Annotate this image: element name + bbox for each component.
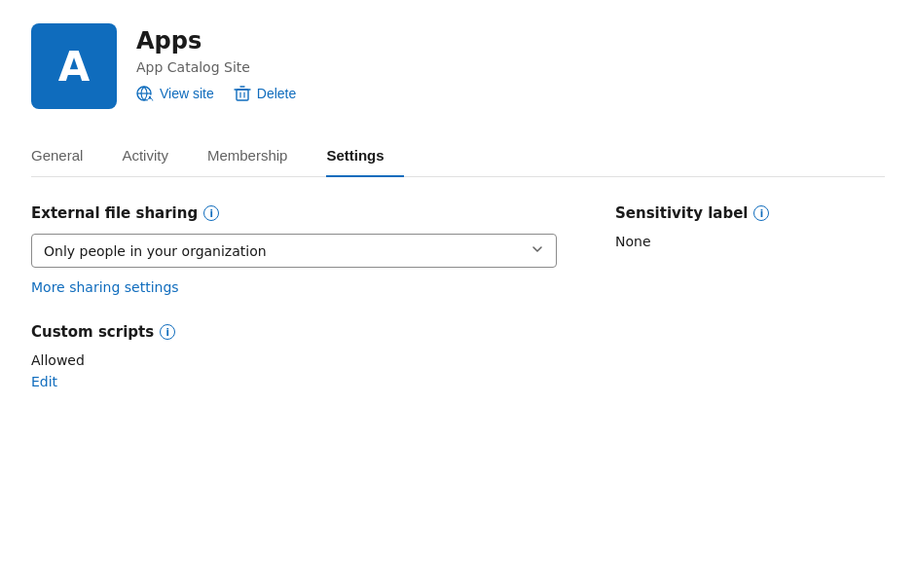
- sensitivity-label-info-icon[interactable]: i: [753, 205, 769, 221]
- settings-content: External file sharing i Only people in y…: [31, 204, 885, 390]
- delete-label: Delete: [257, 86, 296, 101]
- more-sharing-settings-link[interactable]: More sharing settings: [31, 279, 179, 295]
- external-file-sharing-dropdown[interactable]: Only people in your organization: [31, 234, 557, 268]
- app-avatar: A: [31, 23, 117, 109]
- tab-settings[interactable]: Settings: [326, 137, 403, 177]
- sensitivity-label-value: None: [615, 234, 885, 249]
- external-file-sharing-title: External file sharing i: [31, 204, 576, 222]
- chevron-down-icon: [531, 242, 544, 259]
- trash-icon: [234, 85, 251, 102]
- view-site-label: View site: [160, 86, 214, 101]
- tab-activity[interactable]: Activity: [122, 137, 188, 177]
- external-file-sharing-info-icon[interactable]: i: [203, 205, 219, 221]
- svg-rect-3: [237, 90, 248, 100]
- settings-left-column: External file sharing i Only people in y…: [31, 204, 576, 390]
- external-file-sharing-section: External file sharing i Only people in y…: [31, 204, 576, 296]
- view-site-button[interactable]: View site: [136, 85, 214, 102]
- tab-membership[interactable]: Membership: [207, 137, 308, 177]
- tabs-nav: General Activity Membership Settings: [31, 136, 885, 177]
- header-actions: View site Delete: [136, 85, 296, 102]
- avatar-letter: A: [58, 43, 91, 91]
- sensitivity-label-section: Sensitivity label i None: [615, 204, 885, 249]
- tab-general[interactable]: General: [31, 137, 102, 177]
- custom-scripts-edit-link[interactable]: Edit: [31, 374, 57, 389]
- page-header: A Apps App Catalog Site View site: [31, 23, 885, 109]
- custom-scripts-title: Custom scripts i: [31, 323, 576, 341]
- page-title: Apps: [136, 27, 296, 55]
- delete-button[interactable]: Delete: [234, 85, 296, 102]
- custom-scripts-status: Allowed: [31, 352, 576, 368]
- header-info: Apps App Catalog Site View site: [136, 23, 296, 102]
- globe-person-icon: [136, 85, 154, 102]
- settings-right-column: Sensitivity label i None: [615, 204, 885, 390]
- page-subtitle: App Catalog Site: [136, 59, 296, 75]
- dropdown-value: Only people in your organization: [44, 243, 267, 259]
- sensitivity-label-title: Sensitivity label i: [615, 204, 885, 222]
- custom-scripts-section: Custom scripts i Allowed Edit: [31, 323, 576, 390]
- custom-scripts-info-icon[interactable]: i: [160, 324, 175, 340]
